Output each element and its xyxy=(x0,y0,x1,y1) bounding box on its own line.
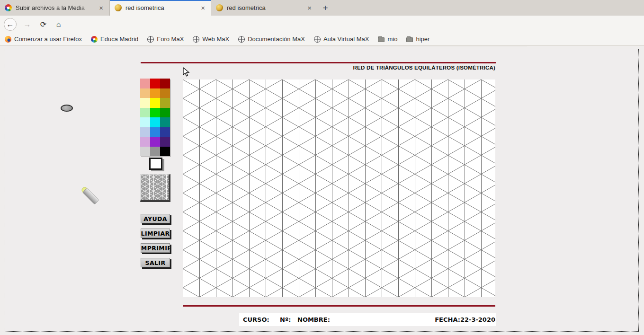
bookmark-label: Web MaX xyxy=(202,35,229,43)
numero-label: Nº: xyxy=(280,316,291,323)
bookmark-label: Educa Madrid xyxy=(100,35,138,43)
palette-color-14[interactable] xyxy=(160,117,170,127)
isometric-grid-canvas[interactable] xyxy=(183,79,495,297)
new-tab-button[interactable]: + xyxy=(318,0,332,16)
tab-close-icon[interactable]: × xyxy=(306,4,313,12)
palette-color-10[interactable] xyxy=(150,108,160,118)
globe-icon xyxy=(314,36,321,43)
ayuda-button[interactable]: AYUDA xyxy=(141,214,170,223)
ellipse-decoration xyxy=(61,105,73,112)
bookmark-label: mio xyxy=(387,35,397,43)
bookmark-educa-madrid[interactable]: Educa Madrid xyxy=(91,35,138,43)
back-button[interactable]: ← xyxy=(4,18,17,31)
bookmark-foro-max[interactable]: Foro MaX xyxy=(147,35,184,43)
grid-pattern-preview xyxy=(141,175,169,201)
tab-title: Subir archivos a la Media xyxy=(16,4,94,11)
bookmark-label: Comenzar a usar Firefox xyxy=(14,35,82,43)
palette-color-1[interactable] xyxy=(150,79,160,88)
palette-color-11[interactable] xyxy=(160,108,170,118)
color-palette xyxy=(140,79,170,156)
bottom-red-rule xyxy=(183,305,495,307)
tab-close-icon[interactable]: × xyxy=(199,4,206,12)
palette-color-23[interactable] xyxy=(160,147,170,157)
nombre-label: NOMBRE: xyxy=(297,316,330,323)
current-color-swatch[interactable] xyxy=(149,158,162,170)
palette-color-17[interactable] xyxy=(160,127,170,137)
bookmark-web-max[interactable]: Web MaX xyxy=(193,35,229,43)
palette-color-6[interactable] xyxy=(140,98,150,108)
bookmark-label: Aula Virtual MaX xyxy=(323,35,369,43)
rosette-icon xyxy=(91,36,98,43)
palette-color-0[interactable] xyxy=(140,79,150,88)
palette-color-7[interactable] xyxy=(150,98,160,108)
bookmark-comenzar-a-usar-firefox[interactable]: Comenzar a usar Firefox xyxy=(5,35,82,43)
pencil-tool-icon[interactable] xyxy=(78,185,106,210)
educacionplastica-favicon-icon xyxy=(115,4,122,11)
firefox-icon xyxy=(5,36,11,43)
educamadrid-favicon-icon xyxy=(5,4,12,11)
isometric-grid xyxy=(183,79,495,297)
globe-icon xyxy=(193,36,199,43)
bookmark-documentaci-n-max[interactable]: Documentación MaX xyxy=(238,35,305,43)
imprimir-button[interactable]: IMPRIMIR xyxy=(141,243,170,253)
palette-color-19[interactable] xyxy=(150,137,160,147)
palette-color-18[interactable] xyxy=(140,137,150,147)
fecha-label: FECHA: xyxy=(435,316,460,323)
navigation-toolbar: ← → ⟳ ⌂ www.educ xyxy=(0,16,644,33)
tab-bar: Subir archivos a la Media × red isometri… xyxy=(0,0,644,16)
palette-color-15[interactable] xyxy=(140,127,150,137)
folder-icon xyxy=(406,37,413,42)
tab-subir-archivos[interactable]: Subir archivos a la Media × xyxy=(0,0,110,16)
tab-red-isometrica-active[interactable]: red isometrica × xyxy=(110,0,211,16)
grid-pattern-button[interactable] xyxy=(140,174,170,202)
globe-icon xyxy=(238,36,245,43)
palette-color-4[interactable] xyxy=(150,88,160,98)
palette-color-22[interactable] xyxy=(150,147,160,157)
palette-color-16[interactable] xyxy=(150,127,160,137)
tab-close-icon[interactable]: × xyxy=(98,4,105,12)
limpiar-button[interactable]: LIMPIAR xyxy=(141,229,170,238)
salir-button[interactable]: SALIR xyxy=(141,258,170,267)
palette-color-13[interactable] xyxy=(150,117,160,127)
folder-icon xyxy=(378,37,385,42)
mouse-cursor xyxy=(183,67,190,77)
palette-color-21[interactable] xyxy=(140,147,150,157)
bookmark-label: Foro MaX xyxy=(157,35,184,43)
tab-red-isometrica-2[interactable]: red isometrica × xyxy=(211,0,318,16)
top-red-rule xyxy=(141,62,496,63)
bookmark-label: Documentación MaX xyxy=(248,35,305,43)
bookmark-hiper[interactable]: hiper xyxy=(406,35,429,43)
tab-title: red isometrica xyxy=(125,4,196,11)
curso-label: CURSO: xyxy=(243,316,269,323)
bookmarks-bar: Comenzar a usar FirefoxEduca MadridForo … xyxy=(0,33,644,46)
palette-color-3[interactable] xyxy=(140,88,150,98)
bookmark-aula-virtual-max[interactable]: Aula Virtual MaX xyxy=(314,35,369,43)
palette-color-20[interactable] xyxy=(160,137,170,147)
fecha-group: FECHA:22-3-2020 xyxy=(435,316,495,323)
page-title: RED DE TRIÁNGULOS EQUILÁTEROS (ISOMÉTRIC… xyxy=(284,65,495,71)
forward-button[interactable]: → xyxy=(21,18,34,31)
reload-button[interactable]: ⟳ xyxy=(37,18,50,31)
palette-color-2[interactable] xyxy=(160,79,170,88)
tab-title: red isometrica xyxy=(227,4,302,11)
browser-window: Subir archivos a la Media × red isometri… xyxy=(0,0,644,335)
globe-icon xyxy=(147,36,154,43)
home-button[interactable]: ⌂ xyxy=(52,18,65,31)
footer-strip: CURSO: Nº: NOMBRE: FECHA:22-3-2020 xyxy=(239,313,496,326)
palette-color-8[interactable] xyxy=(160,98,170,108)
palette-color-5[interactable] xyxy=(160,88,170,98)
fecha-value: 22-3-2020 xyxy=(460,316,495,323)
educacionplastica-favicon-icon xyxy=(216,4,223,11)
palette-color-12[interactable] xyxy=(140,117,150,127)
bookmark-mio[interactable]: mio xyxy=(378,35,397,43)
palette-color-9[interactable] xyxy=(140,108,150,118)
bookmark-label: hiper xyxy=(416,35,429,43)
